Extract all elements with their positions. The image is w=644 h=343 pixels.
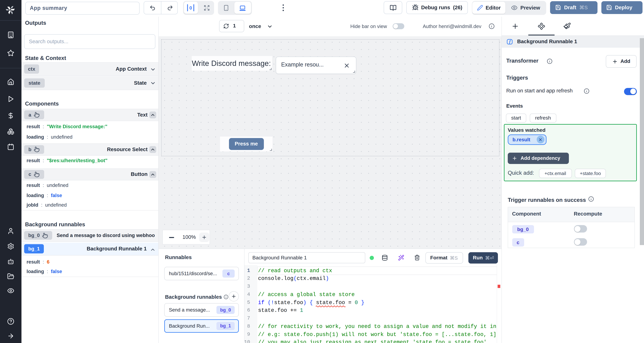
svg-text:f: f xyxy=(509,39,511,44)
svg-text:0: 0 xyxy=(189,5,192,10)
